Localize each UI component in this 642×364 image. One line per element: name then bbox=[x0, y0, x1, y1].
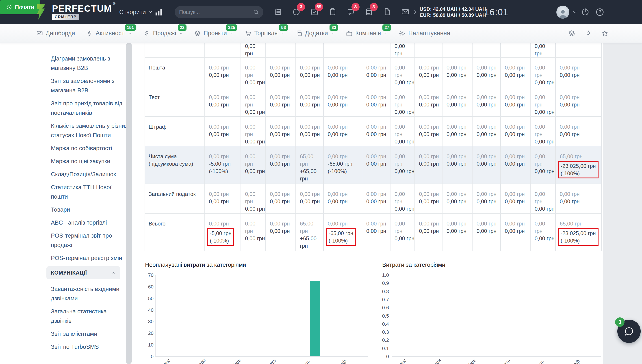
table-cell: 0,00 грн0,00 грн bbox=[362, 184, 390, 214]
layers-icon[interactable] bbox=[568, 30, 575, 37]
chevron-right-icon[interactable] bbox=[412, 9, 418, 15]
table-cell bbox=[556, 43, 602, 58]
row-label-cell[interactable]: Всього bbox=[145, 214, 205, 251]
lightning-icon bbox=[86, 30, 93, 37]
stats-bars-icon[interactable] bbox=[154, 8, 163, 16]
chat-bubble-icon[interactable]: 3 bbox=[346, 8, 355, 17]
power-icon[interactable] bbox=[581, 8, 590, 16]
sidebar-item[interactable]: Загальна статистика дзвінків bbox=[51, 306, 128, 326]
search-input[interactable] bbox=[179, 9, 253, 15]
circle-notification-icon[interactable]: 3 bbox=[292, 8, 300, 17]
y-axis-tick: 20 bbox=[144, 330, 154, 336]
search-icon bbox=[253, 9, 259, 15]
app-window: PERFECTUM® CRM+ERP Створити 36933 USD: 4… bbox=[0, 0, 642, 364]
nav-item-проекти[interactable]: Проекти325 bbox=[194, 30, 234, 37]
highlight-box: -23 025,00 грн(-100%) bbox=[558, 228, 598, 246]
main-content: 0,00 грн0,00 грн0,00 грнПошта0,00 грн0,0… bbox=[134, 43, 642, 364]
sidebar-item[interactable]: Звіт за замовленнями з магазина B2B bbox=[51, 76, 128, 95]
notification-badge: 3 bbox=[297, 3, 305, 11]
table-cell: 65,00 грн+65,00 грн bbox=[296, 214, 324, 251]
table-cell: 0,00 грн0,00 грн bbox=[266, 87, 296, 116]
sidebar-item[interactable]: Завантаженість вхідними дзвінками bbox=[51, 284, 128, 303]
nav-item-налаштування[interactable]: Налаштування bbox=[399, 30, 450, 37]
table-cell: 0,00 грн0,00 грн bbox=[324, 58, 362, 87]
table-cell: 0,00 грн-5,00 грн(-100%) bbox=[205, 146, 241, 184]
nav-item-продажі[interactable]: Продажі22 bbox=[144, 30, 183, 37]
star-icon[interactable] bbox=[601, 30, 608, 37]
chevron-up-icon bbox=[111, 270, 116, 275]
chart-expenses: Витрати за категоріями1.00.90.80.70.60.5… bbox=[380, 260, 603, 364]
app-logo: PERFECTUM® CRM+ERP bbox=[36, 4, 121, 20]
nav-item-додатки[interactable]: Додатки33 bbox=[296, 30, 335, 37]
sidebar-item[interactable]: Статистика ТТН Нової пошти bbox=[51, 182, 128, 201]
y-axis-tick: 0.1 bbox=[380, 346, 389, 352]
table-cell: 0,00 грн0,00 грн bbox=[362, 146, 390, 184]
sidebar-item[interactable]: Товари bbox=[51, 205, 128, 214]
sidebar-item[interactable]: Звіт за клієнтами bbox=[51, 329, 128, 338]
table-row: Всього0,00 грн-5,00 грн(-100%)0,00 грн0,… bbox=[145, 214, 602, 251]
table-cell: 0,00 грн0,00 грн bbox=[324, 116, 362, 146]
document-lines-icon[interactable]: 3 bbox=[365, 8, 373, 17]
sidebar-item[interactable]: POS-термінал реєстр змін bbox=[51, 253, 128, 263]
sidebar-item[interactable]: Склад/Позиція/Залишок bbox=[51, 170, 128, 179]
y-axis-tick: 0.7 bbox=[380, 297, 389, 302]
table-cell: 0,00 грн0,00 грн bbox=[500, 146, 530, 184]
sidebar-item[interactable]: ABC - аналіз торгівлі bbox=[51, 218, 128, 227]
table-cell: 0,00 грн0,00 грн bbox=[500, 184, 530, 214]
highlight-box: -23 025,00 грн(-100%) bbox=[558, 161, 598, 178]
table-cell: 0,00 грн0,00 грн bbox=[500, 87, 530, 116]
table-cell: 0,00 грн0,00 грн bbox=[241, 87, 266, 116]
x-axis-label: ата bbox=[502, 358, 512, 364]
sidebar-item[interactable]: Діаграми замовлень з магазину B2B bbox=[51, 54, 128, 72]
chat-badge: 3 bbox=[615, 318, 624, 327]
table-cell: 0,00 грн0,00 грн bbox=[530, 116, 556, 146]
sidebar-item[interactable]: постачальниками bbox=[51, 43, 128, 44]
table-row: Чиста сума (підсумкова сума)0,00 грн-5,0… bbox=[145, 146, 602, 184]
sidebar-item[interactable]: Маржа по ціні закупки bbox=[51, 156, 128, 166]
search-box[interactable] bbox=[174, 6, 264, 18]
chart-title: Неоплачувані витрати за категоріями bbox=[145, 261, 246, 268]
help-icon[interactable] bbox=[595, 8, 604, 16]
table-cell: 0,00 грн0,00 грн bbox=[362, 116, 390, 146]
row-label-cell[interactable]: Загальний податок bbox=[145, 184, 205, 214]
create-button[interactable]: Створити bbox=[119, 8, 153, 16]
file-icon[interactable] bbox=[383, 8, 392, 17]
table-cell bbox=[266, 43, 296, 58]
nav-item-компанія[interactable]: Компанія27 bbox=[346, 30, 388, 37]
sidebar-scrollbar[interactable] bbox=[126, 43, 132, 364]
sidebar-item[interactable]: POS-термінал звіт про продажі bbox=[51, 231, 128, 250]
table-cell bbox=[472, 43, 500, 58]
sidebar-section-communications[interactable]: КОМУНІКАЦІЇ bbox=[46, 266, 120, 279]
nav-item-label: Активності bbox=[96, 30, 126, 37]
receipt-icon[interactable] bbox=[274, 8, 282, 17]
sidebar: постачальникамиДіаграми замовлень з мага… bbox=[0, 43, 134, 364]
sidebar-item[interactable]: Звіт про прихід товарів від постачальник… bbox=[51, 98, 128, 118]
table-cell: 0,00 грн0,00 грн bbox=[442, 214, 472, 251]
flame-icon[interactable] bbox=[584, 30, 592, 37]
row-label-cell: Пошта bbox=[145, 58, 205, 87]
table-cell: 0,00 грн0,00 грн bbox=[390, 87, 415, 116]
table-cell bbox=[442, 43, 472, 58]
mail-icon[interactable] bbox=[401, 8, 410, 17]
chevron-down-icon bbox=[148, 10, 153, 14]
table-cell bbox=[415, 43, 442, 58]
nav-item-торгівля[interactable]: Торгівля53 bbox=[245, 30, 284, 37]
chat-widget-button[interactable]: 3 bbox=[617, 320, 641, 343]
nav-item-дашборди[interactable]: Дашборди bbox=[36, 30, 75, 37]
start-timer-button[interactable]: Почати bbox=[0, 0, 40, 14]
table-cell: 0,00 грн0,00 грн bbox=[530, 214, 556, 251]
user-avatar[interactable] bbox=[556, 6, 569, 18]
table-cell: 0,00 грн0,00 грн bbox=[241, 146, 266, 184]
table-cell: 0,00 грн0,00 грн bbox=[556, 184, 602, 214]
tasks-check-icon[interactable]: 69 bbox=[310, 8, 319, 17]
sidebar-item[interactable]: Кількість замовлень у різних статусах Но… bbox=[51, 121, 128, 140]
nav-item-активності[interactable]: Активності151 bbox=[86, 30, 132, 37]
clipboard-icon[interactable] bbox=[328, 8, 337, 17]
row-label-cell: Штраф bbox=[145, 116, 205, 146]
avatar-chevron-down-icon[interactable] bbox=[572, 10, 578, 15]
sidebar-item[interactable]: Звіт по TurboSMS bbox=[51, 342, 128, 352]
table-cell: 0,00 грн0,00 грн bbox=[205, 58, 241, 87]
sidebar-item[interactable]: Маржа по собівартості bbox=[51, 144, 128, 153]
table-cell: 0,00 грн-5,00 грн(-100%) bbox=[205, 214, 241, 251]
row-label-cell[interactable]: Чиста сума (підсумкова сума) bbox=[145, 146, 205, 184]
